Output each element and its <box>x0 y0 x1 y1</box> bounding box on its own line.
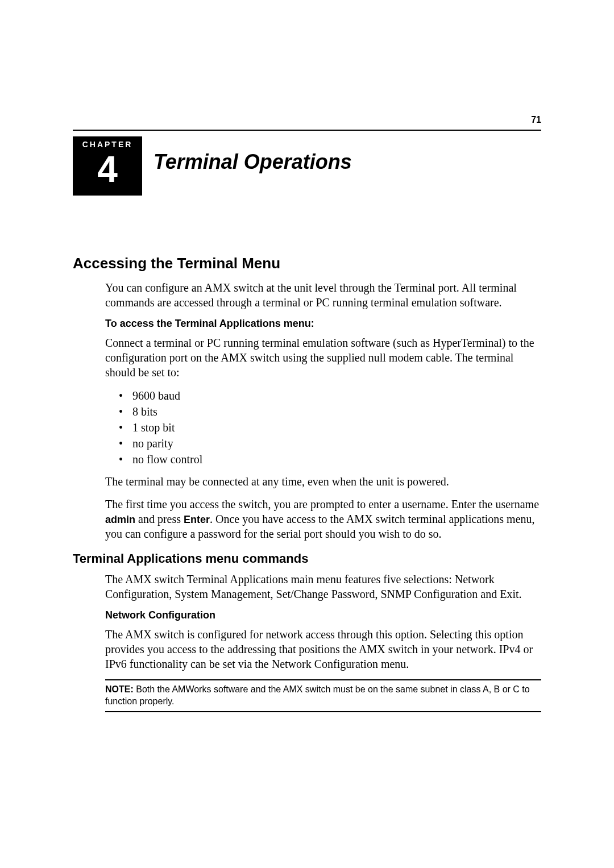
subsection-body: The AMX switch Terminal Applications mai… <box>105 572 541 712</box>
page-number: 71 <box>531 115 541 125</box>
note-rule-top <box>105 679 541 680</box>
note-label: NOTE: <box>105 684 134 694</box>
enter-word: Enter <box>184 514 210 525</box>
terminal-connect-text: The terminal may be connected at any tim… <box>105 474 541 489</box>
list-item: 1 stop bit <box>119 420 541 435</box>
page: 71 CHAPTER 4 Terminal Operations Accessi… <box>0 0 614 868</box>
admin-word: admin <box>105 514 135 525</box>
first-time-pre: The first time you access the switch, yo… <box>105 498 539 510</box>
access-text: Connect a terminal or PC running termina… <box>105 335 541 380</box>
chapter-number: 4 <box>73 149 142 188</box>
intro-paragraph: You can configure an AMX switch at the u… <box>105 280 541 310</box>
access-heading: To access the Terminal Applications menu… <box>105 318 541 330</box>
subsection-text: The AMX switch Terminal Applications mai… <box>105 572 541 601</box>
list-item: 8 bits <box>119 404 541 420</box>
subsection-heading: Terminal Applications menu commands <box>73 551 541 566</box>
note-body: Both the AMWorks software and the AMX sw… <box>105 684 530 706</box>
settings-list: 9600 baud 8 bits 1 stop bit no parity no… <box>105 388 541 467</box>
list-item: no parity <box>119 435 541 451</box>
chapter-badge: CHAPTER 4 <box>73 136 142 196</box>
content-area: Accessing the Terminal Menu You can conf… <box>73 255 541 715</box>
first-time-mid: and press <box>135 513 184 525</box>
top-rule <box>73 130 541 131</box>
chapter-label: CHAPTER <box>73 136 142 149</box>
netconf-text: The AMX switch is configured for network… <box>105 627 541 671</box>
note-rule-bottom <box>105 711 541 712</box>
section-body: You can configure an AMX switch at the u… <box>105 280 541 541</box>
chapter-title: Terminal Operations <box>154 150 352 174</box>
note-text: NOTE: Both the AMWorks software and the … <box>105 684 541 708</box>
list-item: no flow control <box>119 451 541 467</box>
list-item: 9600 baud <box>119 388 541 404</box>
section-heading: Accessing the Terminal Menu <box>73 255 541 272</box>
first-time-paragraph: The first time you access the switch, yo… <box>105 497 541 541</box>
netconf-heading: Network Configuration <box>105 609 541 621</box>
